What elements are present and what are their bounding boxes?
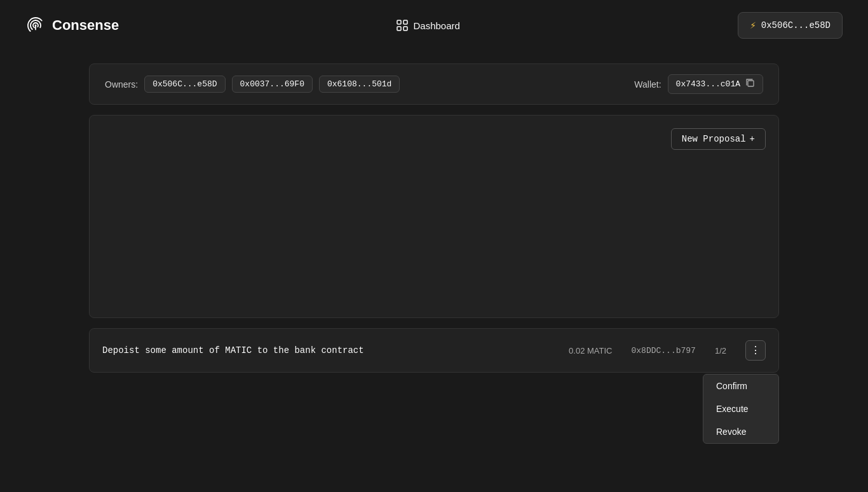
proposal-row: Depoist some amount of MATIC to the bank… xyxy=(89,328,779,373)
wallet-address-value: 0x7433...c01A xyxy=(676,79,740,89)
copy-icon[interactable] xyxy=(745,78,755,90)
proposal-amount: 0.02 MATIC xyxy=(569,346,612,356)
proposal-row-wrapper: Depoist some amount of MATIC to the bank… xyxy=(89,328,779,373)
header: Consense Dashboard ⚡ 0x506C...e58D xyxy=(0,0,868,51)
svg-rect-4 xyxy=(403,27,407,30)
logo-text: Consense xyxy=(52,17,119,34)
wallet-address-label: 0x506C...e58D xyxy=(761,20,831,30)
proposal-area: New Proposal + xyxy=(89,115,779,318)
proposal-dropdown-menu: Confirm Execute Revoke xyxy=(703,374,779,444)
info-bar: Owners: 0x506C...e58D 0x0037...69F0 0x61… xyxy=(89,63,779,105)
main-content: Owners: 0x506C...e58D 0x0037...69F0 0x61… xyxy=(0,51,868,385)
dropdown-confirm[interactable]: Confirm xyxy=(703,375,778,397)
owner-address-1[interactable]: 0x506C...e58D xyxy=(144,76,225,93)
wallet-connect-button[interactable]: ⚡ 0x506C...e58D xyxy=(738,12,843,39)
new-proposal-label: New Proposal xyxy=(682,134,746,144)
proposal-votes: 1/2 xyxy=(715,346,726,356)
new-proposal-button[interactable]: New Proposal + xyxy=(671,128,766,150)
proposal-description: Depoist some amount of MATIC to the bank… xyxy=(102,345,550,356)
nav-dashboard[interactable]: Dashboard xyxy=(397,20,459,31)
nav-dashboard-label: Dashboard xyxy=(413,20,459,31)
dashboard-icon xyxy=(397,20,408,31)
proposal-menu-button[interactable]: ⋮ xyxy=(745,340,766,361)
proposal-row-inner: Depoist some amount of MATIC to the bank… xyxy=(90,329,778,372)
ellipsis-icon: ⋮ xyxy=(750,344,761,357)
svg-rect-3 xyxy=(397,27,401,30)
dropdown-execute[interactable]: Execute xyxy=(703,397,778,420)
owners-label: Owners: xyxy=(105,79,138,90)
wallet-section: Wallet: 0x7433...c01A xyxy=(634,74,763,94)
owner-address-2[interactable]: 0x0037...69F0 xyxy=(232,76,313,93)
svg-rect-2 xyxy=(403,20,407,24)
lightning-icon: ⚡ xyxy=(750,19,756,32)
owners-section: Owners: 0x506C...e58D 0x0037...69F0 0x61… xyxy=(105,76,400,93)
fingerprint-icon xyxy=(25,15,46,36)
logo: Consense xyxy=(25,15,119,36)
wallet-label: Wallet: xyxy=(634,79,661,90)
proposal-address: 0x8DDC...b797 xyxy=(632,346,696,356)
plus-icon: + xyxy=(750,134,755,144)
owner-address-3[interactable]: 0x6108...501d xyxy=(319,76,400,93)
svg-rect-5 xyxy=(748,81,754,86)
dropdown-revoke[interactable]: Revoke xyxy=(703,420,778,443)
svg-rect-1 xyxy=(397,20,401,24)
wallet-address-display: 0x7433...c01A xyxy=(668,74,763,94)
